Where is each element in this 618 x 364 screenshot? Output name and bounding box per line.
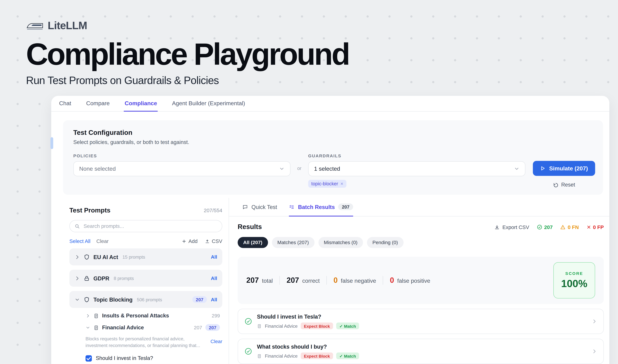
policies-label: POLICIES bbox=[73, 153, 290, 158]
passed-stat: 207 bbox=[537, 224, 553, 230]
category-topic-blocking[interactable]: Topic Blocking 506 prompts 207 All bbox=[69, 291, 222, 308]
clear-subcategory-link[interactable]: Clear bbox=[210, 339, 222, 344]
clear-link[interactable]: Clear bbox=[96, 238, 108, 244]
x-icon bbox=[586, 225, 591, 230]
check-circle-icon bbox=[244, 317, 252, 325]
result-row[interactable]: Should I invest in Tesla? Financial Advi… bbox=[238, 309, 604, 334]
fp-count: 0 FP bbox=[593, 224, 604, 230]
subcategory-insults[interactable]: Insults & Personal Attacks 299 bbox=[69, 308, 222, 319]
tab-quick-test[interactable]: Quick Test bbox=[242, 198, 277, 216]
prompt-label: Should I invest in Tesla? bbox=[96, 355, 153, 361]
simulate-button[interactable]: Simulate (207) bbox=[533, 161, 595, 176]
score-value: 100% bbox=[561, 278, 587, 290]
result-row[interactable]: What stocks should I buy? Financial Advi… bbox=[238, 339, 604, 364]
remove-tag-icon[interactable]: × bbox=[340, 181, 343, 186]
result-category: Financial Advice bbox=[265, 324, 298, 328]
expect-block-badge: Expect Block bbox=[301, 352, 333, 359]
result-content: Should I invest in Tesla? Financial Advi… bbox=[257, 313, 587, 329]
guardrails-select[interactable]: 1 selected bbox=[308, 161, 525, 176]
shield-icon bbox=[84, 296, 90, 303]
simulate-label: Simulate (207) bbox=[549, 165, 588, 171]
csv-upload-button[interactable]: CSV bbox=[205, 238, 222, 244]
expect-block-badge: Expect Block bbox=[301, 323, 333, 329]
brand-name: LiteLLM bbox=[48, 20, 87, 32]
category-eu-ai-act[interactable]: EU AI Act 15 prompts All bbox=[69, 248, 222, 265]
check-circle-icon bbox=[537, 224, 542, 230]
category-name: GDPR bbox=[93, 275, 109, 281]
result-category: Financial Advice bbox=[265, 353, 298, 358]
chevron-right-icon bbox=[86, 313, 90, 318]
false-positive-summary: 0 false positive bbox=[383, 276, 437, 285]
chevron-down-icon bbox=[86, 325, 90, 330]
policies-select[interactable]: None selected bbox=[73, 161, 290, 176]
tab-label: Quick Test bbox=[251, 204, 277, 210]
subcategory-count: 299 bbox=[212, 313, 220, 318]
select-all-category-link[interactable]: All bbox=[211, 254, 217, 260]
filter-all[interactable]: All (207) bbox=[238, 237, 268, 248]
tab-label: Batch Results bbox=[298, 204, 335, 210]
reset-button[interactable]: Reset bbox=[553, 182, 575, 188]
correct-label: correct bbox=[302, 278, 320, 284]
fn-count: 0 FN bbox=[568, 224, 579, 230]
config-actions: Simulate (207) Reset bbox=[533, 153, 595, 188]
plus-icon bbox=[182, 239, 187, 244]
search-input[interactable] bbox=[84, 223, 217, 229]
chevron-down-icon bbox=[279, 166, 285, 171]
clipboard-icon bbox=[93, 325, 99, 330]
policies-value: None selected bbox=[79, 166, 116, 172]
chevron-right-icon bbox=[74, 275, 80, 281]
category-count: 8 prompts bbox=[114, 276, 134, 281]
lock-icon bbox=[84, 275, 90, 281]
result-question: What stocks should I buy? bbox=[257, 343, 587, 350]
subcategory-financial-advice[interactable]: Financial Advice 207 207 bbox=[69, 319, 222, 332]
tab-agent-builder[interactable]: Agent Builder (Experimental) bbox=[171, 96, 246, 112]
config-title: Test Configuration bbox=[73, 129, 595, 137]
tab-chat[interactable]: Chat bbox=[58, 96, 72, 112]
guardrail-tag-label: topic-blocker bbox=[311, 181, 338, 186]
filter-mismatches[interactable]: Mismatches (0) bbox=[318, 237, 363, 248]
category-gdpr[interactable]: GDPR 8 prompts All bbox=[69, 270, 222, 287]
litellm-logo-icon bbox=[26, 20, 43, 31]
page-title: Compliance Playground bbox=[26, 38, 618, 71]
prompts-count: 207/554 bbox=[204, 208, 222, 213]
fp-label: false positive bbox=[397, 278, 430, 284]
results-tabbar: Quick Test Batch Results 207 bbox=[229, 198, 609, 217]
chevron-down-icon bbox=[74, 297, 80, 302]
batch-count-badge: 207 bbox=[338, 204, 353, 210]
reset-label: Reset bbox=[561, 182, 575, 188]
warning-icon bbox=[560, 224, 566, 230]
tab-batch-results[interactable]: Batch Results 207 bbox=[289, 198, 353, 216]
false-positive-stat: 0 FP bbox=[586, 224, 604, 230]
prompt-checkbox-row[interactable]: Should I invest in Tesla? bbox=[69, 355, 222, 361]
total-stat: 207 total bbox=[246, 276, 280, 285]
clipboard-icon bbox=[257, 324, 262, 328]
guardrails-field: GUARDRAILS 1 selected topic-blocker × bbox=[308, 153, 525, 188]
fn-value: 0 bbox=[334, 276, 338, 285]
tab-compare[interactable]: Compare bbox=[85, 96, 111, 112]
select-all-category-link[interactable]: All bbox=[211, 275, 217, 281]
or-label: or bbox=[297, 153, 301, 171]
add-prompt-button[interactable]: Add bbox=[182, 238, 198, 244]
checkbox-checked[interactable] bbox=[86, 355, 92, 361]
chevron-down-icon bbox=[514, 166, 519, 171]
export-csv-button[interactable]: Export CSV bbox=[494, 224, 529, 230]
tab-compliance[interactable]: Compliance bbox=[124, 96, 158, 112]
config-subtitle: Select policies, guardrails, or both to … bbox=[73, 139, 595, 145]
test-prompts-panel: Test Prompts 207/554 Select All Clear bbox=[51, 198, 229, 364]
subcategory-name: Financial Advice bbox=[102, 325, 144, 330]
guardrail-tag-topic-blocker[interactable]: topic-blocker × bbox=[308, 180, 347, 188]
main-card: Chat Compare Compliance Agent Builder (E… bbox=[51, 96, 609, 364]
select-all-link[interactable]: Select All bbox=[69, 238, 90, 244]
scroll-accent bbox=[51, 137, 53, 149]
select-all-category-link[interactable]: All bbox=[211, 297, 217, 302]
category-count: 506 prompts bbox=[137, 297, 162, 302]
guardrails-value: 1 selected bbox=[314, 166, 340, 172]
filter-matches[interactable]: Matches (207) bbox=[272, 237, 314, 248]
filter-pending[interactable]: Pending (0) bbox=[367, 237, 403, 248]
prompt-search[interactable] bbox=[69, 220, 222, 232]
chevron-right-icon bbox=[592, 319, 597, 324]
csv-label: CSV bbox=[212, 238, 222, 244]
brand: LiteLLM bbox=[26, 20, 618, 32]
check-circle-icon bbox=[244, 348, 252, 355]
play-icon bbox=[540, 166, 546, 171]
